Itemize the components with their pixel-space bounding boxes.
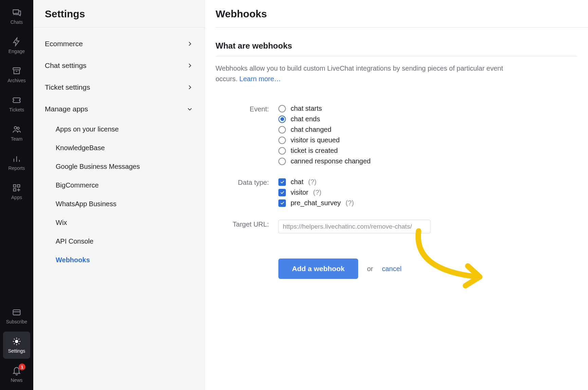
radio-icon [278,137,286,144]
learn-more-link[interactable]: Learn more… [239,75,281,83]
rail-label: Chats [11,19,23,25]
svg-rect-4 [17,185,20,187]
rail-team[interactable]: Team [3,120,30,147]
checkbox-icon [278,178,286,186]
radio-label: chat changed [291,126,331,134]
news-badge: 1 [19,364,25,370]
rail-label: Tickets [9,107,24,112]
sub-whatsapp[interactable]: WhatsApp Business [33,195,204,213]
sidebar-row-label: Ticket settings [45,83,90,91]
svg-rect-0 [13,68,20,70]
sidebar-title: Settings [33,0,204,28]
radio-icon [278,126,286,134]
radio-label: chat ends [291,115,320,123]
event-chat-changed[interactable]: chat changed [278,126,588,134]
event-label: Event: [216,105,278,113]
checkbox-icon [278,199,286,207]
datatype-prechat[interactable]: pre_chat_survey (?) [278,199,588,207]
rail-archives[interactable]: Archives [3,61,30,88]
rail-label: Settings [8,348,25,354]
sub-webhooks[interactable]: Webhooks [33,251,204,269]
cancel-link[interactable]: cancel [382,265,402,273]
target-url-row: Target URL: [216,220,588,233]
action-row-outer: Add a webhook or cancel [216,244,588,279]
event-canned-response[interactable]: canned response changed [278,157,588,165]
target-url-input[interactable] [278,220,430,233]
sub-bigcommerce[interactable]: BigCommerce [33,176,204,195]
radio-icon [278,158,286,165]
radio-label: visitor is queued [291,136,340,144]
svg-rect-5 [14,189,16,191]
rail-engage[interactable]: Engage [3,32,30,59]
radio-label: canned response changed [291,157,371,165]
datatype-row: Data type: chat (?) visitor (?) pre_chat… [216,178,588,210]
svg-point-2 [17,127,19,129]
svg-rect-6 [13,310,20,315]
sub-apps-on-license[interactable]: Apps on your license [33,120,204,139]
sidebar-row-label: Chat settings [45,61,87,70]
svg-point-1 [14,127,17,129]
rail-apps[interactable]: Apps [3,178,30,205]
help-hint[interactable]: (?) [346,199,354,207]
event-chat-starts[interactable]: chat starts [278,105,588,112]
radio-icon [278,147,286,155]
event-row: Event: chat starts chat ends chat change… [216,105,588,168]
webhooks-description: Webhooks allow you to build custom LiveC… [216,56,521,84]
radio-icon [278,105,286,112]
help-hint[interactable]: (?) [308,178,316,186]
rail-label: News [11,377,22,383]
sidebar-row-manage-apps[interactable]: Manage apps [33,98,204,120]
sidebar-row-label: Ecommerce [45,40,83,48]
datatype-label: Data type: [216,178,278,187]
reports-icon [12,154,21,163]
chevron-down-icon [187,106,193,112]
webhook-form: Event: chat starts chat ends chat change… [216,84,588,279]
datatype-visitor[interactable]: visitor (?) [278,189,588,196]
sub-knowledgebase[interactable]: KnowledgeBase [33,139,204,157]
settings-sidebar: Settings Ecommerce Chat settings Ticket … [33,0,205,390]
nav-rail: Chats Engage Archives Tickets Team Repor… [0,0,33,390]
main-content: Webhooks What are webhooks Webhooks allo… [205,0,588,390]
rail-label: Archives [7,78,26,83]
rail-reports[interactable]: Reports [3,149,30,176]
apps-icon [12,183,21,193]
svg-rect-3 [14,185,16,187]
rail-label: Team [11,136,22,142]
rail-chats[interactable]: Chats [3,3,30,30]
event-visitor-queued[interactable]: visitor is queued [278,136,588,144]
sidebar-row-ticket-settings[interactable]: Ticket settings [33,76,204,98]
rail-subscribe[interactable]: Subscribe [3,302,30,330]
checkbox-icon [278,189,286,196]
rail-label: Reports [8,165,25,171]
radio-label: chat starts [291,105,322,112]
add-webhook-button[interactable]: Add a webhook [278,259,358,279]
sub-google-business[interactable]: Google Business Messages [33,157,204,176]
chevron-right-icon [187,41,193,47]
datatype-chat[interactable]: chat (?) [278,178,588,186]
team-icon [12,125,21,134]
check-label: chat [291,178,304,186]
event-chat-ends[interactable]: chat ends [278,115,588,123]
sidebar-row-chat-settings[interactable]: Chat settings [33,55,204,76]
section-title: What are webhooks [216,28,577,56]
chevron-right-icon [187,84,193,90]
rail-news[interactable]: 1 News [3,361,30,388]
sub-api-console[interactable]: API Console [33,232,204,251]
page-title: Webhooks [216,0,588,28]
archive-icon [12,66,21,76]
event-ticket-created[interactable]: ticket is created [278,147,588,155]
ticket-icon [12,95,21,105]
gear-icon [12,337,21,346]
sidebar-row-label: Manage apps [45,105,88,113]
rail-tickets[interactable]: Tickets [3,90,30,118]
chevron-right-icon [187,63,193,69]
rail-settings[interactable]: Settings [3,332,30,359]
help-hint[interactable]: (?) [313,189,321,196]
check-label: pre_chat_survey [291,199,341,207]
sub-wix[interactable]: Wix [33,213,204,232]
svg-point-7 [15,340,18,342]
target-url-label: Target URL: [216,220,278,228]
card-icon [12,307,21,317]
sidebar-row-ecommerce[interactable]: Ecommerce [33,33,204,55]
manage-apps-sublist: Apps on your license KnowledgeBase Googl… [33,120,204,273]
